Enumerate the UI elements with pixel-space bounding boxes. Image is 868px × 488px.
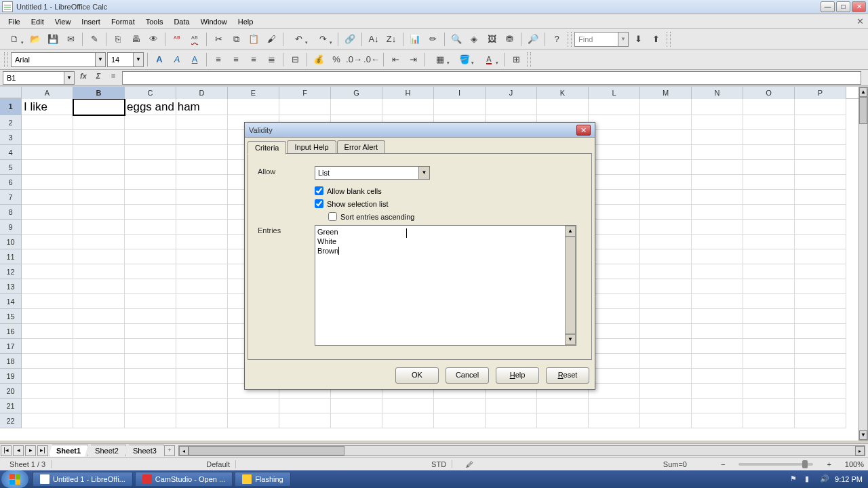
tray-network-icon[interactable]: ▮ <box>805 474 814 484</box>
cell-D7[interactable] <box>176 190 228 205</box>
formula-input[interactable] <box>122 71 861 85</box>
cell-C22[interactable] <box>125 413 176 428</box>
cell-M22[interactable] <box>640 413 692 428</box>
cell-O3[interactable] <box>743 130 795 145</box>
cell-P13[interactable] <box>795 279 846 294</box>
sort-asc-button[interactable]: A↓ <box>366 31 382 47</box>
cell-N19[interactable] <box>692 369 743 384</box>
cell-C5[interactable] <box>125 160 176 175</box>
redo-button[interactable]: ↷ <box>311 31 334 47</box>
paste-button[interactable]: 📋 <box>245 31 262 47</box>
cell-B13[interactable] <box>73 279 125 294</box>
cell-M13[interactable] <box>640 279 692 294</box>
cell-L9[interactable] <box>589 220 640 235</box>
cell-A7[interactable] <box>22 190 73 205</box>
cell-B6[interactable] <box>73 175 125 190</box>
cell-D4[interactable] <box>176 145 228 160</box>
cell-C21[interactable] <box>125 399 176 413</box>
edit-file-button[interactable]: ✎ <box>86 31 102 47</box>
cell-N22[interactable] <box>692 413 743 428</box>
cell-D14[interactable] <box>176 294 228 309</box>
cell-A15[interactable] <box>22 309 73 324</box>
cell-B21[interactable] <box>73 399 125 413</box>
cell-D20[interactable] <box>176 384 228 399</box>
cell-C1[interactable]: eggs and ham <box>125 99 176 115</box>
cell-J21[interactable] <box>486 399 537 413</box>
col-head-M[interactable]: M <box>640 87 692 99</box>
reset-button[interactable]: Reset <box>546 367 589 384</box>
cell-H1[interactable] <box>382 99 434 115</box>
find-replace-button[interactable]: 🔍 <box>448 31 465 47</box>
cut-button[interactable]: ✂ <box>210 31 226 47</box>
cell-E22[interactable] <box>228 413 279 428</box>
row-head-8[interactable]: 8 <box>0 205 22 220</box>
cell-M20[interactable] <box>640 384 692 399</box>
cell-D5[interactable] <box>176 160 228 175</box>
cell-B7[interactable] <box>73 190 125 205</box>
cell-O4[interactable] <box>743 145 795 160</box>
cell-M2[interactable] <box>640 115 692 130</box>
col-head-D[interactable]: D <box>176 87 228 99</box>
cell-P22[interactable] <box>795 413 846 428</box>
cell-L20[interactable] <box>589 384 640 399</box>
cell-D18[interactable] <box>176 354 228 369</box>
cell-P3[interactable] <box>795 130 846 145</box>
cell-O7[interactable] <box>743 190 795 205</box>
cell-M15[interactable] <box>640 309 692 324</box>
close-document-button[interactable]: ✕ <box>854 16 865 27</box>
cell-D17[interactable] <box>176 339 228 354</box>
cell-D11[interactable] <box>176 249 228 264</box>
cell-D3[interactable] <box>176 130 228 145</box>
cell-M4[interactable] <box>640 145 692 160</box>
zoom-in-icon[interactable]: + <box>827 460 831 468</box>
cell-H22[interactable] <box>382 413 434 428</box>
row-head-3[interactable]: 3 <box>0 130 22 145</box>
align-right-button[interactable]: ≡ <box>245 52 262 68</box>
vertical-scrollbar[interactable]: ▲▼ <box>859 87 868 441</box>
menu-help[interactable]: Help <box>233 16 259 27</box>
cell-A18[interactable] <box>22 354 73 369</box>
cell-B22[interactable] <box>73 413 125 428</box>
sort-asc-input[interactable] <box>328 212 337 221</box>
decrease-indent-button[interactable]: ⇤ <box>387 52 403 68</box>
tray-volume-icon[interactable]: 🔊 <box>820 474 829 484</box>
status-sum[interactable]: Sum=0 <box>663 460 687 468</box>
menu-view[interactable]: View <box>50 16 77 27</box>
menu-window[interactable]: Window <box>195 16 233 27</box>
hyperlink-button[interactable]: 🔗 <box>342 31 358 47</box>
cell-N9[interactable] <box>692 220 743 235</box>
cell-D1[interactable] <box>176 99 228 115</box>
cell-B18[interactable] <box>73 354 125 369</box>
cell-M5[interactable] <box>640 160 692 175</box>
cell-M1[interactable] <box>640 99 692 115</box>
cell-N6[interactable] <box>692 175 743 190</box>
cell-D9[interactable] <box>176 220 228 235</box>
cell-N8[interactable] <box>692 205 743 220</box>
print-button[interactable]: 🖶 <box>127 31 144 47</box>
cell-N14[interactable] <box>692 294 743 309</box>
cell-N7[interactable] <box>692 190 743 205</box>
cell-D2[interactable] <box>176 115 228 130</box>
tab-input-help[interactable]: Input Help <box>287 140 336 154</box>
cell-D8[interactable] <box>176 205 228 220</box>
cell-P17[interactable] <box>795 339 846 354</box>
maximize-button[interactable]: □ <box>836 1 850 12</box>
cell-L12[interactable] <box>589 264 640 279</box>
new-button[interactable]: 🗋 <box>3 31 26 47</box>
cell-M17[interactable] <box>640 339 692 354</box>
bold-button[interactable]: A <box>151 52 167 68</box>
cell-N15[interactable] <box>692 309 743 324</box>
row-head-22[interactable]: 22 <box>0 413 22 428</box>
cell-P15[interactable] <box>795 309 846 324</box>
cell-O10[interactable] <box>743 235 795 249</box>
cell-B3[interactable] <box>73 130 125 145</box>
select-all-corner[interactable] <box>0 87 22 98</box>
row-head-16[interactable]: 16 <box>0 324 22 339</box>
cell-P9[interactable] <box>795 220 846 235</box>
cell-O16[interactable] <box>743 324 795 339</box>
cell-I21[interactable] <box>434 399 486 413</box>
cell-P1[interactable] <box>795 99 846 115</box>
cell-P12[interactable] <box>795 264 846 279</box>
print-preview-button[interactable]: 👁 <box>145 31 161 47</box>
allow-blank-checkbox[interactable]: Allow blank cells <box>315 186 582 195</box>
